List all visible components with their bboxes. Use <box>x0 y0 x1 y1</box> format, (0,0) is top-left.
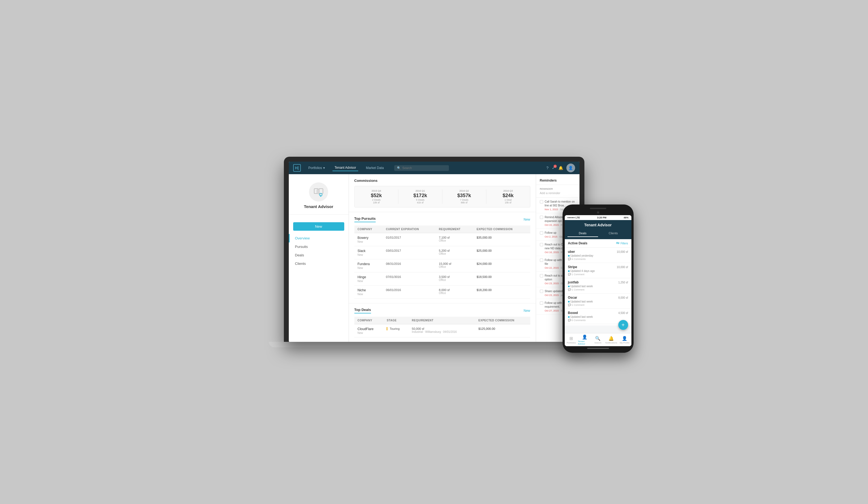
left-sidebar: Tenant Advisor New Overview Pursuits Dea… <box>289 174 349 342</box>
nav-market-data[interactable]: Market Data <box>364 165 386 171</box>
reminder-checkbox-4[interactable] <box>540 259 543 262</box>
phone-nav-notifications[interactable]: 🔔 Notifications <box>604 333 618 346</box>
reminder-checkbox-0[interactable] <box>540 200 543 203</box>
commission-meta-3: 1 Deal15k sf <box>489 199 527 204</box>
phone-deal-stripe[interactable]: Stripe 10,000 sf Updated 4 days ago 💬 1 … <box>565 263 631 278</box>
deals-col-commission: Expected Commission <box>475 317 530 324</box>
deals-col-req: Requirement <box>409 317 475 324</box>
pursuits-new-link[interactable]: New <box>524 218 530 221</box>
center-content: Commissions 2015 Q4 $52k 2 Deals10k sf 2… <box>349 174 536 342</box>
top-navigation: H| Portfolios ▾ Tenant Advisor Market Da… <box>289 161 579 174</box>
reminder-checkbox-3[interactable] <box>540 243 543 246</box>
phone-deals-header: Active Deals Filters <box>565 239 631 248</box>
nav-right-icons: ? ✓ 2 🔔 👤 <box>546 164 575 172</box>
phone-time: 3:20 PM <box>597 216 606 219</box>
table-row[interactable]: NicheNew 06/01/2016 8,000 sfOffice $18,2… <box>354 286 530 299</box>
search-icon: 🔍 <box>595 336 600 341</box>
nav-overview[interactable]: Overview <box>289 234 349 242</box>
phone-status-bar: ●●●●● LTE 3:20 PM 46% <box>565 215 631 220</box>
new-button[interactable]: New <box>293 222 344 231</box>
reminder-add-section: REMINDER Add a reminder <box>536 185 579 198</box>
phone-nav-portfolios[interactable]: ⊞ Portfolios <box>565 333 578 346</box>
commission-meta-1: 5 Deals41k sf <box>401 199 439 204</box>
commission-q3-2016: 2016 Q3 $24k 1 Deal15k sf <box>486 189 530 204</box>
check-icon[interactable]: ✓ 2 <box>552 166 555 170</box>
reminder-checkbox-1[interactable] <box>540 216 543 219</box>
phone-tabs: Deals Clients <box>565 230 631 239</box>
help-icon[interactable]: ? <box>546 166 549 170</box>
deals-title: Top Deals <box>354 308 371 313</box>
phone-carrier: ●●●●● LTE <box>567 216 580 219</box>
nav-clients[interactable]: Clients <box>289 259 349 268</box>
active-deals-title: Active Deals <box>568 241 587 245</box>
reminders-title: Reminders <box>536 174 579 185</box>
phone-title: Tenant Advisor <box>567 223 629 227</box>
table-row[interactable]: SlackNew 03/01/2017 5,200 sfOffice $25,0… <box>354 246 530 259</box>
table-row[interactable]: BoweryNew 01/01/2017 7,100 sfOffice $35,… <box>354 233 530 246</box>
phone-screen: ●●●●● LTE 3:20 PM 46% Tenant Advisor Dea… <box>565 215 631 346</box>
col-requirement: Requirement <box>435 225 473 233</box>
commission-q4-2015: 2015 Q4 $52k 2 Deals10k sf <box>355 189 399 204</box>
reminder-input[interactable]: Add a reminder <box>540 191 576 195</box>
phone-speaker <box>590 208 606 209</box>
top-deals-section: Top Deals New Company Stage Requirement <box>349 303 536 342</box>
nav-tenant-advisor[interactable]: Tenant Advisor <box>332 165 359 171</box>
main-content: Tenant Advisor New Overview Pursuits Dea… <box>289 174 579 342</box>
deals-table: Company Stage Requirement Expected Commi… <box>354 317 530 337</box>
chevron-down-icon: ▾ <box>323 166 325 170</box>
sidebar-title: Tenant Advisor <box>304 204 333 209</box>
phone-deal-oscar[interactable]: Oscar 8,000 sf Updated last week 💬 1 Com… <box>565 294 631 309</box>
table-row[interactable]: HingeNew 07/01/3016 3,500 sfOffice $18,5… <box>354 272 530 286</box>
bell-icon[interactable]: 🔔 <box>558 166 563 170</box>
bell-icon: 🔔 <box>608 336 614 341</box>
col-expiration: Current Expiration <box>383 225 436 233</box>
table-row[interactable]: FunderaNew 08/31/2016 15,000 sfOffice $2… <box>354 259 530 272</box>
phone-deals-content: Active Deals Filters uber 10,000 sf <box>565 239 631 325</box>
user-avatar[interactable]: 👤 <box>566 164 575 172</box>
pursuits-section: Top Pursuits New Company Current Expirat… <box>349 212 536 303</box>
phone-nav-search[interactable]: 🔍 Search <box>591 333 604 346</box>
commission-q1-2016: 2016 Q1 $172k 5 Deals41k sf <box>398 189 442 204</box>
reminder-checkbox-2[interactable] <box>540 231 543 234</box>
deals-header: Top Deals New <box>354 308 530 313</box>
deals-new-link[interactable]: New <box>524 309 530 313</box>
pursuits-title: Top Pursuits <box>354 217 376 222</box>
nav-logo[interactable]: H| <box>293 164 301 172</box>
svg-marker-2 <box>317 189 319 194</box>
map-icon <box>309 182 328 201</box>
commissions-section: Commissions 2015 Q4 $52k 2 Deals10k sf 2… <box>349 174 536 212</box>
filters-button[interactable]: Filters <box>616 242 628 245</box>
reminder-checkbox-6[interactable] <box>540 290 543 293</box>
phone-header: Tenant Advisor <box>565 220 631 230</box>
nav-pursuits[interactable]: Pursuits <box>289 242 349 251</box>
phone-deal-justfab[interactable]: justfab 1,250 sf Updated last week 💬 1 C… <box>565 278 631 294</box>
tab-clients[interactable]: Clients <box>598 230 629 237</box>
phone-bottom-nav: ⊞ Portfolios 👤 Tenant Advisor 🔍 Search <box>565 333 631 346</box>
tab-deals[interactable]: Deals <box>567 230 598 237</box>
tenant-advisor-icon: 👤 <box>582 335 587 340</box>
add-deal-fab[interactable]: + <box>618 320 628 330</box>
phone-home-indicator <box>587 348 609 349</box>
reminder-checkbox-5[interactable] <box>540 274 543 277</box>
pursuits-table: Company Current Expiration Requirement E… <box>354 225 530 299</box>
notification-badge: 2 <box>554 165 557 168</box>
commissions-title: Commissions <box>354 179 530 183</box>
profile-icon: 👤 <box>622 336 627 341</box>
col-company: Company <box>354 225 383 233</box>
search-icon: 🔍 <box>397 166 401 170</box>
phone-nav-tenant-advisor[interactable]: 👤 Tenant Advisor <box>578 333 591 346</box>
search-bar[interactable]: 🔍 <box>394 165 449 171</box>
nav-portfolios[interactable]: Portfolios ▾ <box>306 165 327 171</box>
phone-deal-uber[interactable]: uber 10,000 sf Updated yesterday 💬 4 Com… <box>565 248 631 263</box>
phone-nav-profile[interactable]: 👤 My Profile <box>618 333 631 346</box>
search-input[interactable] <box>402 166 446 169</box>
deals-col-stage: Stage <box>383 317 409 324</box>
svg-point-7 <box>617 242 618 243</box>
nav-deals[interactable]: Deals <box>289 251 349 259</box>
table-row[interactable]: CloudFlare New Touring <box>354 324 530 337</box>
portfolios-icon: ⊞ <box>569 336 573 341</box>
commission-q2-2016: 2016 Q2 $357k 7 Deals86k sf <box>442 189 486 204</box>
commission-meta-2: 7 Deals86k sf <box>445 199 483 204</box>
reminder-checkbox-7[interactable] <box>540 302 543 305</box>
deals-col-company: Company <box>354 317 384 324</box>
